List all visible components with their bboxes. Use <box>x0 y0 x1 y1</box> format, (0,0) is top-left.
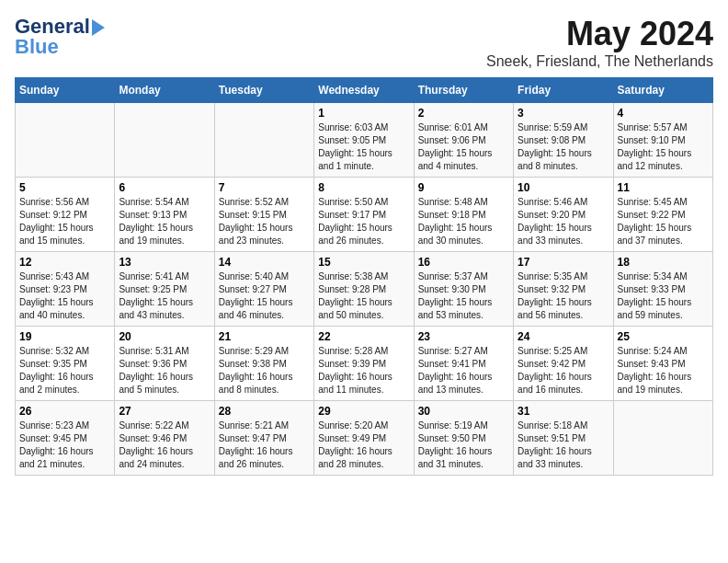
day-info: Sunrise: 5:32 AM Sunset: 9:35 PM Dayligh… <box>19 345 110 396</box>
calendar-cell <box>613 401 712 476</box>
calendar-cell: 18Sunrise: 5:34 AM Sunset: 9:33 PM Dayli… <box>613 252 712 327</box>
day-info: Sunrise: 5:48 AM Sunset: 9:18 PM Dayligh… <box>418 196 509 247</box>
day-number: 26 <box>19 405 110 418</box>
day-info: Sunrise: 5:40 AM Sunset: 9:27 PM Dayligh… <box>219 270 310 322</box>
calendar-cell: 22Sunrise: 5:28 AM Sunset: 9:39 PM Dayli… <box>314 327 414 401</box>
day-number: 3 <box>518 107 609 120</box>
day-info: Sunrise: 5:23 AM Sunset: 9:45 PM Dayligh… <box>19 419 110 471</box>
day-info: Sunrise: 5:43 AM Sunset: 9:23 PM Dayligh… <box>19 270 110 322</box>
day-number: 2 <box>418 107 509 120</box>
calendar-cell: 14Sunrise: 5:40 AM Sunset: 9:27 PM Dayli… <box>214 252 313 327</box>
calendar-cell: 21Sunrise: 5:29 AM Sunset: 9:38 PM Dayli… <box>214 327 313 401</box>
day-info: Sunrise: 5:35 AM Sunset: 9:32 PM Dayligh… <box>518 270 609 322</box>
calendar-cell: 31Sunrise: 5:18 AM Sunset: 9:51 PM Dayli… <box>514 401 613 476</box>
calendar-cell: 12Sunrise: 5:43 AM Sunset: 9:23 PM Dayli… <box>16 252 115 327</box>
logo-blue-text: Blue <box>15 35 59 59</box>
day-of-week-header: Friday <box>514 78 613 103</box>
calendar-header-row: SundayMondayTuesdayWednesdayThursdayFrid… <box>16 78 713 103</box>
calendar-cell: 23Sunrise: 5:27 AM Sunset: 9:41 PM Dayli… <box>414 327 513 401</box>
calendar-cell: 26Sunrise: 5:23 AM Sunset: 9:45 PM Dayli… <box>16 401 115 476</box>
day-info: Sunrise: 5:37 AM Sunset: 9:30 PM Dayligh… <box>418 270 509 322</box>
month-title: May 2024 <box>486 15 713 53</box>
calendar-cell: 13Sunrise: 5:41 AM Sunset: 9:25 PM Dayli… <box>115 252 214 327</box>
day-number: 20 <box>119 330 210 343</box>
day-info: Sunrise: 5:20 AM Sunset: 9:49 PM Dayligh… <box>318 419 409 471</box>
calendar-week-row: 26Sunrise: 5:23 AM Sunset: 9:45 PM Dayli… <box>16 401 713 476</box>
calendar-cell: 17Sunrise: 5:35 AM Sunset: 9:32 PM Dayli… <box>514 252 613 327</box>
day-info: Sunrise: 5:54 AM Sunset: 9:13 PM Dayligh… <box>119 196 210 247</box>
calendar-cell <box>214 103 313 178</box>
day-number: 4 <box>618 107 709 120</box>
day-info: Sunrise: 5:52 AM Sunset: 9:15 PM Dayligh… <box>219 196 310 247</box>
title-block: May 2024 Sneek, Friesland, The Netherlan… <box>486 15 713 70</box>
calendar-week-row: 5Sunrise: 5:56 AM Sunset: 9:12 PM Daylig… <box>16 178 713 252</box>
location-subtitle: Sneek, Friesland, The Netherlands <box>486 53 713 70</box>
day-number: 16 <box>418 256 509 269</box>
calendar-cell: 4Sunrise: 5:57 AM Sunset: 9:10 PM Daylig… <box>613 103 712 178</box>
day-info: Sunrise: 5:45 AM Sunset: 9:22 PM Dayligh… <box>618 196 709 247</box>
day-number: 23 <box>418 330 509 343</box>
day-of-week-header: Sunday <box>16 78 115 103</box>
day-number: 8 <box>318 181 409 194</box>
calendar-cell <box>115 103 214 178</box>
day-info: Sunrise: 6:03 AM Sunset: 9:05 PM Dayligh… <box>318 121 409 173</box>
calendar-cell: 1Sunrise: 6:03 AM Sunset: 9:05 PM Daylig… <box>314 103 414 178</box>
day-number: 7 <box>219 181 310 194</box>
calendar-cell: 28Sunrise: 5:21 AM Sunset: 9:47 PM Dayli… <box>214 401 313 476</box>
day-number: 18 <box>618 256 709 269</box>
day-of-week-header: Wednesday <box>314 78 414 103</box>
calendar-table: SundayMondayTuesdayWednesdayThursdayFrid… <box>15 77 713 476</box>
day-info: Sunrise: 5:19 AM Sunset: 9:50 PM Dayligh… <box>418 419 509 471</box>
day-info: Sunrise: 6:01 AM Sunset: 9:06 PM Dayligh… <box>418 121 509 173</box>
day-info: Sunrise: 5:31 AM Sunset: 9:36 PM Dayligh… <box>119 345 210 396</box>
day-info: Sunrise: 5:28 AM Sunset: 9:39 PM Dayligh… <box>318 345 409 396</box>
calendar-cell: 7Sunrise: 5:52 AM Sunset: 9:15 PM Daylig… <box>214 178 313 252</box>
calendar-week-row: 12Sunrise: 5:43 AM Sunset: 9:23 PM Dayli… <box>16 252 713 327</box>
day-number: 21 <box>219 330 310 343</box>
day-number: 19 <box>19 330 110 343</box>
calendar-cell: 10Sunrise: 5:46 AM Sunset: 9:20 PM Dayli… <box>514 178 613 252</box>
day-number: 28 <box>219 405 310 418</box>
day-info: Sunrise: 5:21 AM Sunset: 9:47 PM Dayligh… <box>219 419 310 471</box>
calendar-cell: 6Sunrise: 5:54 AM Sunset: 9:13 PM Daylig… <box>115 178 214 252</box>
day-number: 10 <box>518 181 609 194</box>
day-info: Sunrise: 5:29 AM Sunset: 9:38 PM Dayligh… <box>219 345 310 396</box>
day-info: Sunrise: 5:59 AM Sunset: 9:08 PM Dayligh… <box>518 121 609 173</box>
day-number: 24 <box>518 330 609 343</box>
day-info: Sunrise: 5:22 AM Sunset: 9:46 PM Dayligh… <box>119 419 210 471</box>
day-info: Sunrise: 5:41 AM Sunset: 9:25 PM Dayligh… <box>119 270 210 322</box>
calendar-cell: 15Sunrise: 5:38 AM Sunset: 9:28 PM Dayli… <box>314 252 414 327</box>
day-info: Sunrise: 5:38 AM Sunset: 9:28 PM Dayligh… <box>318 270 409 322</box>
calendar-cell: 25Sunrise: 5:24 AM Sunset: 9:43 PM Dayli… <box>613 327 712 401</box>
calendar-cell: 9Sunrise: 5:48 AM Sunset: 9:18 PM Daylig… <box>414 178 513 252</box>
logo: General Blue <box>15 15 105 59</box>
day-info: Sunrise: 5:56 AM Sunset: 9:12 PM Dayligh… <box>19 196 110 247</box>
day-info: Sunrise: 5:50 AM Sunset: 9:17 PM Dayligh… <box>318 196 409 247</box>
calendar-cell: 19Sunrise: 5:32 AM Sunset: 9:35 PM Dayli… <box>16 327 115 401</box>
day-number: 11 <box>618 181 709 194</box>
day-info: Sunrise: 5:25 AM Sunset: 9:42 PM Dayligh… <box>518 345 609 396</box>
day-number: 29 <box>318 405 409 418</box>
calendar-cell: 29Sunrise: 5:20 AM Sunset: 9:49 PM Dayli… <box>314 401 414 476</box>
day-number: 15 <box>318 256 409 269</box>
calendar-week-row: 1Sunrise: 6:03 AM Sunset: 9:05 PM Daylig… <box>16 103 713 178</box>
day-number: 12 <box>19 256 110 269</box>
day-info: Sunrise: 5:34 AM Sunset: 9:33 PM Dayligh… <box>618 270 709 322</box>
calendar-cell: 16Sunrise: 5:37 AM Sunset: 9:30 PM Dayli… <box>414 252 513 327</box>
day-info: Sunrise: 5:27 AM Sunset: 9:41 PM Dayligh… <box>418 345 509 396</box>
page-header: General Blue May 2024 Sneek, Friesland, … <box>15 15 713 70</box>
day-number: 22 <box>318 330 409 343</box>
calendar-cell <box>16 103 115 178</box>
day-info: Sunrise: 5:24 AM Sunset: 9:43 PM Dayligh… <box>618 345 709 396</box>
calendar-cell: 5Sunrise: 5:56 AM Sunset: 9:12 PM Daylig… <box>16 178 115 252</box>
logo-arrow-icon <box>92 19 105 36</box>
day-number: 27 <box>119 405 210 418</box>
calendar-cell: 27Sunrise: 5:22 AM Sunset: 9:46 PM Dayli… <box>115 401 214 476</box>
calendar-cell: 3Sunrise: 5:59 AM Sunset: 9:08 PM Daylig… <box>514 103 613 178</box>
day-number: 30 <box>418 405 509 418</box>
day-info: Sunrise: 5:57 AM Sunset: 9:10 PM Dayligh… <box>618 121 709 173</box>
day-of-week-header: Monday <box>115 78 214 103</box>
day-of-week-header: Thursday <box>414 78 513 103</box>
day-number: 9 <box>418 181 509 194</box>
day-number: 5 <box>19 181 110 194</box>
